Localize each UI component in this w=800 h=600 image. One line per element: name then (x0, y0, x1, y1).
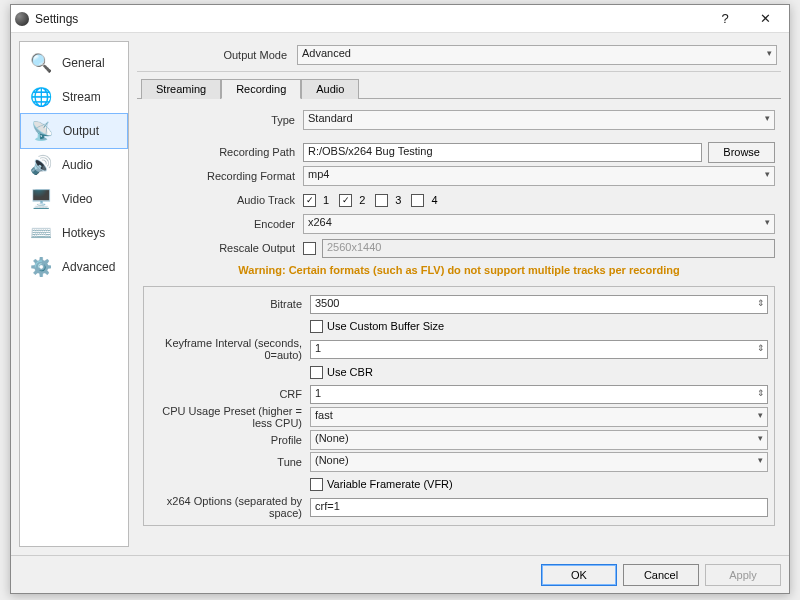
custom-buffer-label: Use Custom Buffer Size (327, 320, 444, 332)
gear-icon: ⚙️ (28, 256, 54, 278)
sidebar-item-label: General (62, 56, 105, 70)
profile-dropdown[interactable]: (None) (310, 430, 768, 450)
format-warning: Warning: Certain formats (such as FLV) d… (143, 261, 775, 282)
type-label: Type (143, 114, 303, 126)
main-panel: Output Mode Advanced Streaming Recording… (137, 41, 781, 547)
output-mode-dropdown[interactable]: Advanced (297, 45, 777, 65)
audio-track-4-label: 4 (431, 194, 437, 206)
monitor-icon: 🖥️ (28, 188, 54, 210)
ok-button[interactable]: OK (541, 564, 617, 586)
app-icon (15, 12, 29, 26)
use-cbr-label: Use CBR (327, 366, 373, 378)
settings-window: Settings ? ✕ 🔍 General 🌐 Stream 📡 Output… (10, 4, 790, 594)
broadcast-icon: 📡 (29, 120, 55, 142)
sidebar-item-label: Advanced (62, 260, 115, 274)
audio-track-1-label: 1 (323, 194, 329, 206)
dialog-footer: OK Cancel Apply (11, 555, 789, 593)
audio-track-3-checkbox[interactable] (375, 194, 388, 207)
audio-track-3-label: 3 (395, 194, 401, 206)
tab-recording[interactable]: Recording (221, 79, 301, 99)
tune-dropdown[interactable]: (None) (310, 452, 768, 472)
settings-sidebar: 🔍 General 🌐 Stream 📡 Output 🔊 Audio 🖥️ V… (19, 41, 129, 547)
sidebar-item-stream[interactable]: 🌐 Stream (20, 80, 128, 114)
sidebar-item-label: Stream (62, 90, 101, 104)
cpu-preset-label: CPU Usage Preset (higher = less CPU) (150, 405, 310, 429)
crf-label: CRF (150, 388, 310, 400)
tab-audio[interactable]: Audio (301, 79, 359, 99)
audio-track-4-checkbox[interactable] (411, 194, 424, 207)
audio-track-2-label: 2 (359, 194, 365, 206)
keyframe-input[interactable]: 1 (310, 340, 768, 359)
sidebar-item-audio[interactable]: 🔊 Audio (20, 148, 128, 182)
sidebar-item-hotkeys[interactable]: ⌨️ Hotkeys (20, 216, 128, 250)
rescale-output-input: 2560x1440 (322, 239, 775, 258)
bitrate-input[interactable]: 3500 (310, 295, 768, 314)
sidebar-item-video[interactable]: 🖥️ Video (20, 182, 128, 216)
output-mode-label: Output Mode (141, 49, 297, 61)
audio-track-2-checkbox[interactable] (339, 194, 352, 207)
use-cbr-checkbox[interactable] (310, 366, 323, 379)
audio-track-label: Audio Track (143, 194, 303, 206)
globe-icon: 🌐 (28, 86, 54, 108)
output-tabs: Streaming Recording Audio (137, 78, 781, 99)
titlebar: Settings ? ✕ (11, 5, 789, 33)
cancel-button[interactable]: Cancel (623, 564, 699, 586)
x264-options-input[interactable]: crf=1 (310, 498, 768, 517)
apply-button[interactable]: Apply (705, 564, 781, 586)
recording-format-label: Recording Format (143, 170, 303, 182)
recording-form: Type Standard Recording Path R:/OBS/x264… (137, 105, 781, 532)
sidebar-item-label: Hotkeys (62, 226, 105, 240)
sidebar-item-label: Audio (62, 158, 93, 172)
vfr-label: Variable Framerate (VFR) (327, 478, 453, 490)
tab-streaming[interactable]: Streaming (141, 79, 221, 99)
custom-buffer-checkbox[interactable] (310, 320, 323, 333)
audio-track-1-checkbox[interactable] (303, 194, 316, 207)
keyboard-icon: ⌨️ (28, 222, 54, 244)
sidebar-item-output[interactable]: 📡 Output (20, 113, 128, 149)
close-button[interactable]: ✕ (745, 5, 785, 33)
crf-input[interactable]: 1 (310, 385, 768, 404)
vfr-checkbox[interactable] (310, 478, 323, 491)
profile-label: Profile (150, 434, 310, 446)
encoder-dropdown[interactable]: x264 (303, 214, 775, 234)
recording-format-dropdown[interactable]: mp4 (303, 166, 775, 186)
speaker-icon: 🔊 (28, 154, 54, 176)
cpu-preset-dropdown[interactable]: fast (310, 407, 768, 427)
help-button[interactable]: ? (705, 5, 745, 33)
sidebar-item-label: Video (62, 192, 92, 206)
recording-path-input[interactable]: R:/OBS/x264 Bug Testing (303, 143, 702, 162)
sidebar-item-advanced[interactable]: ⚙️ Advanced (20, 250, 128, 284)
window-title: Settings (35, 12, 705, 26)
rescale-output-label: Rescale Output (143, 242, 303, 254)
recording-path-label: Recording Path (143, 146, 303, 158)
keyframe-label: Keyframe Interval (seconds, 0=auto) (150, 337, 310, 361)
type-dropdown[interactable]: Standard (303, 110, 775, 130)
browse-button[interactable]: Browse (708, 142, 775, 163)
x264-options-label: x264 Options (separated by space) (150, 495, 310, 519)
rescale-output-checkbox[interactable] (303, 242, 316, 255)
sidebar-item-label: Output (63, 124, 99, 138)
sidebar-item-general[interactable]: 🔍 General (20, 46, 128, 80)
search-icon: 🔍 (28, 52, 54, 74)
bitrate-label: Bitrate (150, 298, 310, 310)
encoder-settings-group: Bitrate 3500 Use Custom Buffer Size Keyf… (143, 286, 775, 526)
encoder-label: Encoder (143, 218, 303, 230)
tune-label: Tune (150, 456, 310, 468)
